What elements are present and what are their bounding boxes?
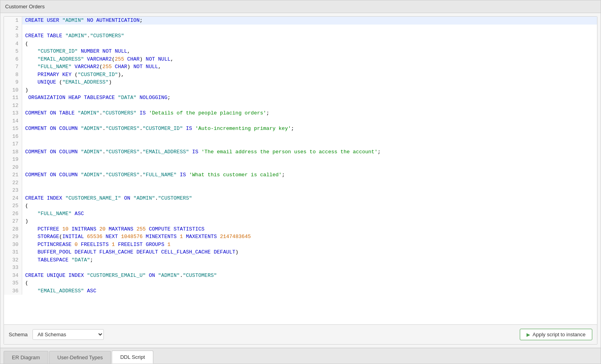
line-content: COMMENT ON TABLE "ADMIN"."CUSTOMERS" IS … [22, 109, 597, 117]
line-content: ( [22, 40, 597, 48]
content-area: 1CREATE USER "ADMIN" NO AUTHENTICATION;2… [4, 16, 597, 345]
line-content: ) [22, 86, 597, 94]
line-number: 17 [4, 140, 22, 148]
line-content: UNIQUE ("EMAIL_ADDRESS") [22, 78, 597, 86]
line-number: 12 [4, 102, 22, 110]
line-content: CREATE UNIQUE INDEX "CUSTOMERS_EMAIL_U" … [22, 272, 597, 280]
line-content [22, 187, 597, 194]
tabs-bar: ER Diagram User-Defined Types DDL Script [0, 348, 601, 364]
line-number: 3 [4, 32, 22, 40]
code-editor[interactable]: 1CREATE USER "ADMIN" NO AUTHENTICATION;2… [4, 17, 597, 324]
line-content [22, 140, 597, 148]
line-content [22, 102, 597, 110]
table-row: 33 [4, 264, 597, 272]
table-row: 25( [4, 202, 597, 210]
line-number: 15 [4, 125, 22, 133]
line-content: ( [22, 202, 597, 210]
window-title: Customer Orders [5, 4, 45, 10]
table-row: 32 TABLESPACE "DATA"; [4, 256, 597, 264]
code-table: 1CREATE USER "ADMIN" NO AUTHENTICATION;2… [4, 17, 597, 295]
table-row: 9 UNIQUE ("EMAIL_ADDRESS") [4, 78, 597, 86]
line-number: 4 [4, 40, 22, 48]
apply-script-label: Apply script to instance [532, 332, 586, 337]
line-content: ( [22, 279, 597, 287]
table-row: 28 PCTFREE 10 INITRANS 20 MAXTRANS 255 C… [4, 225, 597, 233]
table-row: 18COMMENT ON COLUMN "ADMIN"."CUSTOMERS".… [4, 148, 597, 156]
line-content: BUFFER_POOL DEFAULT FLASH_CACHE DEFAULT … [22, 248, 597, 256]
table-row: 3CREATE TABLE "ADMIN"."CUSTOMERS" [4, 32, 597, 40]
line-content [22, 156, 597, 164]
line-number: 7 [4, 63, 22, 71]
line-content [22, 164, 597, 172]
line-number: 20 [4, 164, 22, 172]
line-number: 6 [4, 55, 22, 63]
line-number: 23 [4, 187, 22, 194]
line-content: "CUSTOMER_ID" NUMBER NOT NULL, [22, 48, 597, 55]
line-number: 30 [4, 241, 22, 249]
table-row: 30 PCTINCREASE 0 FREELISTS 1 FREELIST GR… [4, 241, 597, 249]
table-row: 16 [4, 133, 597, 141]
table-row: 21COMMENT ON COLUMN "ADMIN"."CUSTOMERS".… [4, 171, 597, 179]
bottom-bar: Schema All Schemas ▶ Apply script to ins… [4, 324, 597, 344]
table-row: 6 "EMAIL_ADDRESS" VARCHAR2(255 CHAR) NOT… [4, 55, 597, 63]
line-number: 36 [4, 287, 22, 295]
line-content: TABLESPACE "DATA"; [22, 256, 597, 264]
tab-er-diagram[interactable]: ER Diagram [4, 351, 48, 364]
table-row: 12 [4, 102, 597, 110]
apply-script-button[interactable]: ▶ Apply script to instance [520, 329, 592, 340]
line-number: 34 [4, 272, 22, 280]
line-number: 14 [4, 117, 22, 125]
line-number: 13 [4, 109, 22, 117]
line-content: COMMENT ON COLUMN "ADMIN"."CUSTOMERS"."C… [22, 125, 597, 133]
line-content: "EMAIL_ADDRESS" VARCHAR2(255 CHAR) NOT N… [22, 55, 597, 63]
table-row: 31 BUFFER_POOL DEFAULT FLASH_CACHE DEFAU… [4, 248, 597, 256]
table-row: 13COMMENT ON TABLE "ADMIN"."CUSTOMERS" I… [4, 109, 597, 117]
table-row: 7 "FULL_NAME" VARCHAR2(255 CHAR) NOT NUL… [4, 63, 597, 71]
line-number: 27 [4, 217, 22, 225]
line-content: COMMENT ON COLUMN "ADMIN"."CUSTOMERS"."F… [22, 171, 597, 179]
title-bar: Customer Orders [0, 0, 601, 13]
table-row: 34CREATE UNIQUE INDEX "CUSTOMERS_EMAIL_U… [4, 272, 597, 280]
line-number: 11 [4, 94, 22, 102]
table-row: 36 "EMAIL_ADDRESS" ASC [4, 287, 597, 295]
line-content: CREATE INDEX "CUSTOMERS_NAME_I" ON "ADMI… [22, 194, 597, 202]
line-number: 24 [4, 194, 22, 202]
table-row: 15COMMENT ON COLUMN "ADMIN"."CUSTOMERS".… [4, 125, 597, 133]
table-row: 20 [4, 164, 597, 172]
line-content: PRIMARY KEY ("CUSTOMER_ID"), [22, 71, 597, 79]
line-number: 31 [4, 248, 22, 256]
tab-ddl-script[interactable]: DDL Script [112, 351, 153, 364]
line-content: CREATE TABLE "ADMIN"."CUSTOMERS" [22, 32, 597, 40]
line-number: 10 [4, 86, 22, 94]
line-number: 9 [4, 78, 22, 86]
line-number: 2 [4, 25, 22, 32]
line-number: 16 [4, 133, 22, 141]
table-row: 35( [4, 279, 597, 287]
table-row: 5 "CUSTOMER_ID" NUMBER NOT NULL, [4, 48, 597, 55]
line-content: COMMENT ON COLUMN "ADMIN"."CUSTOMERS"."E… [22, 148, 597, 156]
line-content: "EMAIL_ADDRESS" ASC [22, 287, 597, 295]
table-row: 17 [4, 140, 597, 148]
table-row: 11 ORGANIZATION HEAP TABLESPACE "DATA" N… [4, 94, 597, 102]
table-row: 29 STORAGE(INITIAL 65536 NEXT 1048576 MI… [4, 233, 597, 241]
main-window: Customer Orders 1CREATE USER "ADMIN" NO … [0, 0, 601, 364]
table-row: 10) [4, 86, 597, 94]
line-number: 21 [4, 171, 22, 179]
line-number: 19 [4, 156, 22, 164]
line-number: 32 [4, 256, 22, 264]
line-content [22, 179, 597, 187]
line-content [22, 133, 597, 141]
table-row: 1CREATE USER "ADMIN" NO AUTHENTICATION; [4, 17, 597, 25]
line-content: PCTINCREASE 0 FREELISTS 1 FREELIST GROUP… [22, 241, 597, 249]
line-number: 22 [4, 179, 22, 187]
schema-select[interactable]: All Schemas [32, 329, 104, 340]
line-content [22, 264, 597, 272]
line-number: 26 [4, 210, 22, 218]
line-number: 35 [4, 279, 22, 287]
tab-user-defined-types[interactable]: User-Defined Types [49, 351, 111, 364]
line-number: 1 [4, 17, 22, 25]
table-row: 2 [4, 25, 597, 32]
line-number: 8 [4, 71, 22, 79]
line-content: "FULL_NAME" VARCHAR2(255 CHAR) NOT NULL, [22, 63, 597, 71]
line-content: ORGANIZATION HEAP TABLESPACE "DATA" NOLO… [22, 94, 597, 102]
